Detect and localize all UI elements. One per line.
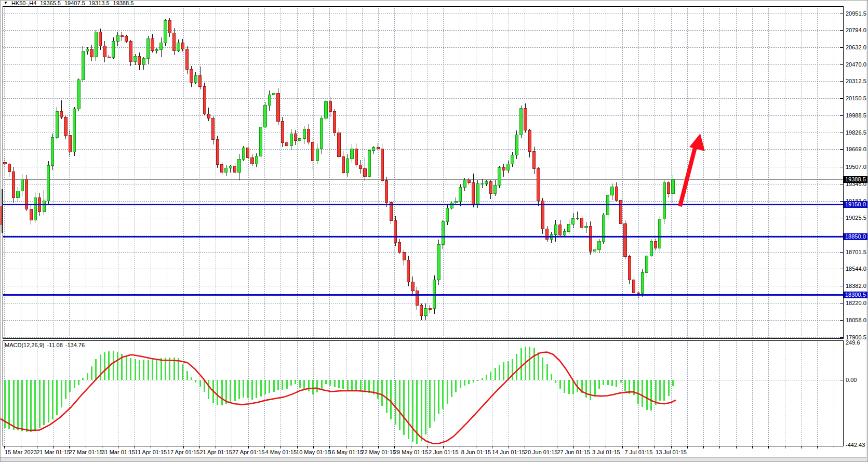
price-tick-label: 18220.0 xyxy=(846,300,866,307)
price-tick-label: 19507.0 xyxy=(846,164,866,170)
ohlc-dropdown-icon[interactable]: ▼ xyxy=(4,1,8,6)
quote-open: 19365.5 xyxy=(40,0,61,6)
date-label: 7 Jul 01:15 xyxy=(624,449,652,455)
price-tick-label: 20312.5 xyxy=(846,78,866,85)
price-tick-label: 18701.5 xyxy=(846,249,866,256)
macd-main-value: -11.08 xyxy=(47,342,62,348)
date-label: 11 Apr 01:15 xyxy=(135,449,167,455)
price-tick-label: 19669.0 xyxy=(846,146,866,153)
date-label: 8 Jun 01:15 xyxy=(461,449,491,455)
price-tick-label: 18058.0 xyxy=(846,317,866,324)
quote-high: 19407.5 xyxy=(64,0,85,6)
price-tick-label: 20150.5 xyxy=(846,95,866,102)
macd-indicator-label: MACD(12,26,9) -11.08 -134.76 xyxy=(5,342,85,348)
date-label: 14 Jun 01:15 xyxy=(492,449,525,455)
price-tick-label: 18544.0 xyxy=(846,266,866,272)
price-tick-label: 20470.0 xyxy=(846,61,866,68)
date-label: 2 Jun 01:15 xyxy=(429,449,459,455)
date-label: 27 Apr 01:15 xyxy=(232,449,264,455)
price-tick-label: 20632.0 xyxy=(846,44,866,51)
chart-window: ▼ HK50-,H4 19365.5 19407.5 19313.5 19388… xyxy=(0,0,868,462)
date-label: 27 Mar 01:15 xyxy=(69,449,103,455)
date-label: 15 Mar 2023 xyxy=(5,449,37,455)
level-price-tag: 18850.0 xyxy=(844,233,868,240)
macd-signal-value: -134.76 xyxy=(65,342,85,348)
macd-tick-zero: 0.00 xyxy=(846,377,857,384)
date-label: 21 Mar 01:15 xyxy=(36,449,70,455)
chart-title-bar: ▼ HK50-,H4 19365.5 19407.5 19313.5 19388… xyxy=(4,0,133,6)
price-tick-label: 19025.5 xyxy=(846,215,866,221)
level-price-tag: 18300.5 xyxy=(844,292,868,298)
macd-tick-max: 249.6 xyxy=(846,339,860,346)
price-tick-label: 20794.0 xyxy=(846,27,866,34)
quote-low: 19313.5 xyxy=(89,0,110,6)
price-tick-label: 18382.0 xyxy=(846,283,866,289)
current-price-tag: 19388.5 xyxy=(844,176,868,183)
date-label: 21 Apr 01:15 xyxy=(199,449,232,455)
price-tick-label: 20951.5 xyxy=(846,10,866,17)
date-label: 31 Mar 01:15 xyxy=(101,449,135,455)
date-label: 22 May 01:15 xyxy=(361,449,396,455)
price-tick-label: 19826.5 xyxy=(846,129,866,136)
macd-tick-min: -442.43 xyxy=(846,442,865,448)
date-label: 4 May 01:15 xyxy=(265,449,297,455)
date-label: 17 Apr 01:15 xyxy=(167,449,199,455)
price-tick-label: 19988.5 xyxy=(846,112,866,119)
date-label: 27 Jun 01:15 xyxy=(557,449,590,455)
symbol-timeframe-label: HK50-,H4 xyxy=(11,0,36,6)
clipped-edge-candle-body xyxy=(1,206,2,225)
date-label: 29 May 01:15 xyxy=(394,449,429,455)
window-bottom-strip xyxy=(1,457,868,462)
date-label: 16 May 01:15 xyxy=(329,449,364,455)
chart-plot-area[interactable] xyxy=(1,1,868,462)
macd-name: MACD(12,26,9) xyxy=(5,342,44,348)
quote-close: 19388.5 xyxy=(113,0,134,6)
date-label: 3 Jul 01:15 xyxy=(592,449,620,455)
date-label: 20 Jun 01:15 xyxy=(525,449,558,455)
date-label: 13 Jul 01:15 xyxy=(656,449,687,455)
date-label: 10 May 01:15 xyxy=(296,449,331,455)
level-price-tag: 19150.0 xyxy=(844,201,868,208)
